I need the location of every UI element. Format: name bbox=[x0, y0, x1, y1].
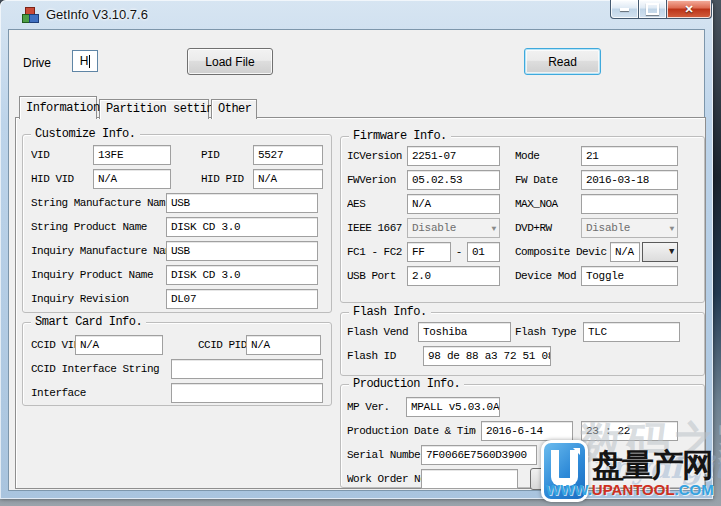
customize-info-title: Customize Info. bbox=[31, 127, 140, 141]
chevron-down-icon: ▼ bbox=[669, 224, 674, 233]
serial-number-label: Serial Number bbox=[347, 449, 421, 461]
flash-vendor-input[interactable]: Toshiba bbox=[418, 322, 511, 342]
string-manufacture-label: String Manufacture Nam bbox=[31, 197, 166, 209]
inquiry-manufacture-label: Inquiry Manufacture Nam bbox=[31, 245, 166, 257]
url-name: UPANTOOL bbox=[592, 481, 675, 498]
usb-port-input[interactable]: 2.0 bbox=[407, 266, 500, 286]
watermark-url: WWW.UPANTOOL.COM bbox=[546, 481, 714, 498]
work-order-input[interactable] bbox=[421, 469, 518, 489]
hid-pid-input[interactable]: N/A bbox=[253, 169, 323, 189]
desktop: { "window": { "title": "GetInfo V3.10.7.… bbox=[0, 0, 721, 506]
device-mode-label: Device Mod bbox=[515, 270, 581, 282]
inquiry-manufacture-input[interactable]: USB bbox=[166, 241, 318, 261]
composite-device-input[interactable]: N/A bbox=[610, 242, 640, 262]
flash-id-input[interactable]: 98 de 88 a3 72 51 08 bbox=[423, 346, 551, 366]
minimize-icon bbox=[620, 8, 629, 11]
mp-ver-input[interactable]: MPALL v5.03.0A bbox=[406, 397, 500, 417]
string-product-input[interactable]: DISK CD 3.0 bbox=[166, 217, 318, 237]
production-date-time-label: Production Date & Time bbox=[347, 425, 476, 437]
max-noa-input[interactable] bbox=[581, 194, 678, 214]
url-prefix: WWW. bbox=[546, 481, 592, 498]
field-row: AES N/A MAX_NOA bbox=[341, 192, 704, 216]
inquiry-revision-label: Inquiry Revision bbox=[31, 293, 166, 305]
field-row: Flash ID 98 de 88 a3 72 51 08 bbox=[341, 344, 704, 368]
hid-vid-label: HID VID bbox=[31, 173, 93, 185]
fwverion-input[interactable]: 05.02.53 bbox=[407, 170, 500, 190]
field-row: Flash Vend Toshiba Flash Type TLC bbox=[341, 320, 704, 344]
ccid-pid-input[interactable]: N/A bbox=[246, 335, 321, 355]
firmware-info-title: Firmware Info. bbox=[349, 129, 451, 143]
maximize-button[interactable] bbox=[639, 0, 667, 19]
ccid-vid-label: CCID VID bbox=[31, 339, 75, 351]
icversion-input[interactable]: 2251-07 bbox=[407, 146, 500, 166]
chevron-down-icon: ▼ bbox=[491, 224, 496, 233]
string-product-label: String Product Name bbox=[31, 221, 166, 233]
fw-date-input[interactable]: 2016-03-18 bbox=[581, 170, 678, 190]
production-date-input[interactable]: 2016-6-14 bbox=[481, 421, 573, 441]
serial-number-input[interactable]: 7F0066E7560D3900 bbox=[421, 445, 537, 465]
ccid-vid-input[interactable]: N/A bbox=[75, 335, 163, 355]
vid-input[interactable]: 13FE bbox=[93, 145, 171, 165]
string-manufacture-input[interactable]: USB bbox=[166, 193, 318, 213]
hid-vid-input[interactable]: N/A bbox=[93, 169, 171, 189]
device-mode-input[interactable]: Toggle bbox=[581, 266, 678, 286]
flash-info-group: Flash Info. Flash Vend Toshiba Flash Typ… bbox=[340, 312, 705, 376]
mp-ver-label: MP Ver. bbox=[347, 401, 406, 413]
field-row: HID VID N/A HID PID N/A bbox=[23, 167, 331, 191]
production-info-title: Production Info. bbox=[349, 377, 464, 391]
fc2-input[interactable]: 01 bbox=[467, 242, 500, 262]
smart-card-info-title: Smart Card Info. bbox=[31, 315, 146, 329]
fwverion-label: FWVerion bbox=[347, 174, 407, 186]
field-row: Interface bbox=[23, 381, 331, 405]
maximize-icon bbox=[646, 3, 659, 15]
fc1-input[interactable]: FF bbox=[407, 242, 451, 262]
hid-pid-label: HID PID bbox=[201, 173, 253, 185]
inquiry-revision-input[interactable]: DL07 bbox=[166, 289, 318, 309]
load-file-button[interactable]: Load File bbox=[187, 48, 273, 75]
aes-input[interactable]: N/A bbox=[407, 194, 500, 214]
vid-label: VID bbox=[31, 149, 93, 161]
fc-separator: - bbox=[451, 246, 467, 258]
composite-device-select[interactable]: ▼ bbox=[642, 242, 678, 262]
ccid-interface-string-input[interactable] bbox=[171, 359, 323, 379]
dvd-rw-select: Disable▼ bbox=[581, 218, 678, 238]
field-row: Inquiry Product Name DISK CD 3.0 bbox=[23, 263, 331, 287]
usb-port-label: USB Port bbox=[347, 270, 407, 282]
drive-label: Drive bbox=[23, 56, 51, 70]
flash-type-label: Flash Type bbox=[515, 326, 583, 338]
pid-input[interactable]: 5527 bbox=[253, 145, 323, 165]
interface-input[interactable] bbox=[171, 383, 323, 403]
mode-input[interactable]: 21 bbox=[581, 146, 678, 166]
drive-input[interactable]: H bbox=[72, 50, 98, 72]
fw-date-label: FW Date bbox=[515, 174, 581, 186]
flash-info-title: Flash Info. bbox=[349, 305, 431, 319]
flash-id-label: Flash ID bbox=[347, 350, 423, 362]
field-row: CCID VID N/A CCID PID N/A bbox=[23, 333, 331, 357]
field-row: Inquiry Manufacture Nam USB bbox=[23, 239, 331, 263]
ccid-pid-label: CCID PID bbox=[198, 339, 246, 351]
caption-buttons: ✕ bbox=[610, 0, 712, 19]
field-row: String Product Name DISK CD 3.0 bbox=[23, 215, 331, 239]
flash-type-input[interactable]: TLC bbox=[583, 322, 680, 342]
work-order-label: Work Order No. bbox=[347, 473, 421, 485]
tab-partition-setting[interactable]: Partition setting bbox=[99, 99, 209, 119]
composite-device-label: Composite Devic bbox=[515, 246, 610, 258]
close-icon: ✕ bbox=[684, 3, 693, 16]
read-button[interactable]: Read bbox=[524, 48, 601, 75]
field-row: FC1 - FC2 FF - 01 Composite Devic N/A ▼ bbox=[341, 240, 704, 264]
field-row: FWVerion 05.02.53 FW Date 2016-03-18 bbox=[341, 168, 704, 192]
ccid-interface-string-label: CCID Interface String bbox=[31, 363, 171, 375]
customize-info-group: Customize Info. VID 13FE PID 5527 HID VI… bbox=[22, 134, 332, 313]
field-row: String Manufacture Nam USB bbox=[23, 191, 331, 215]
field-row: ICVersion 2251-07 Mode 21 bbox=[341, 144, 704, 168]
tab-information[interactable]: Information bbox=[19, 96, 97, 119]
app-icon bbox=[22, 7, 38, 23]
tab-other[interactable]: Other bbox=[211, 99, 257, 119]
dvd-rw-label: DVD+RW bbox=[515, 222, 581, 234]
title-bar[interactable]: GetInfo V3.10.7.6 ✕ bbox=[0, 0, 713, 29]
inquiry-product-input[interactable]: DISK CD 3.0 bbox=[166, 265, 318, 285]
url-suffix: .COM bbox=[675, 481, 714, 498]
close-button[interactable]: ✕ bbox=[667, 0, 712, 19]
minimize-button[interactable] bbox=[610, 0, 639, 19]
smart-card-info-group: Smart Card Info. CCID VID N/A CCID PID N… bbox=[22, 322, 332, 406]
